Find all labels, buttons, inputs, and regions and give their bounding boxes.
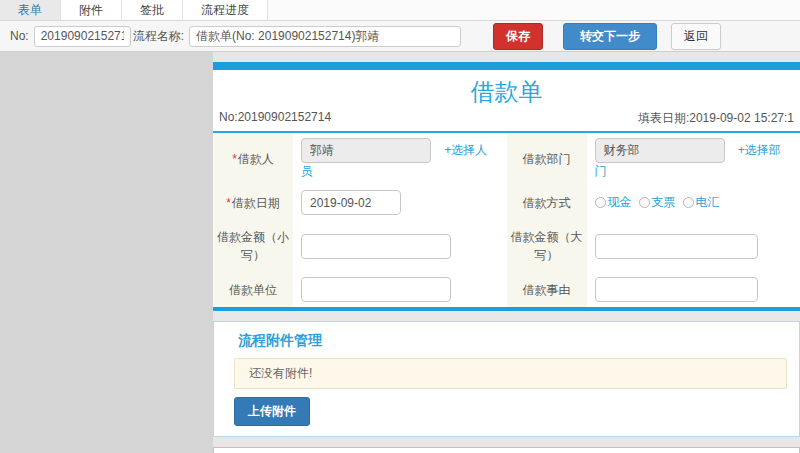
tab-bar: 表单 附件 签批 流程进度 xyxy=(0,0,800,21)
radio-icon[interactable] xyxy=(639,197,650,208)
content-area: 借款单 No:20190902152714 填表日期:2019-09-02 15… xyxy=(0,52,800,453)
radio-cheque[interactable]: 支票 xyxy=(639,194,676,211)
panel-accent-bar xyxy=(213,62,800,70)
table-row: *借款人 +选择人员 借款部门 +选择部门 xyxy=(213,133,800,185)
no-attachment-alert: 还没有附件! xyxy=(234,358,787,389)
page-title: 借款单 xyxy=(213,78,800,106)
borrow-date-label: *借款日期 xyxy=(213,185,293,220)
table-row: 借款单位 借款事由 xyxy=(213,272,800,307)
attachment-panel: 流程附件管理 还没有附件! 上传附件 xyxy=(213,321,800,437)
radio-icon[interactable] xyxy=(595,197,606,208)
radio-icon[interactable] xyxy=(683,197,694,208)
required-mark: * xyxy=(232,152,237,166)
borrow-unit-label: 借款单位 xyxy=(213,272,293,307)
loan-form-panel: 借款单 No:20190902152714 填表日期:2019-09-02 15… xyxy=(213,62,800,311)
pay-method-radio-group: 现金 支票 电汇 xyxy=(595,194,793,211)
upload-attachment-button[interactable]: 上传附件 xyxy=(234,397,310,426)
pay-method-label: 借款方式 xyxy=(507,185,587,220)
tab-attachment[interactable]: 附件 xyxy=(61,0,122,20)
amount-upper-input[interactable] xyxy=(595,234,758,259)
borrow-date-input[interactable] xyxy=(301,190,401,215)
next-step-button[interactable]: 转交下一步 xyxy=(563,23,657,50)
amount-upper-label: 借款金额（大写） xyxy=(507,220,587,272)
borrow-reason-label: 借款事由 xyxy=(507,272,587,307)
borrow-unit-input[interactable] xyxy=(301,277,451,302)
amount-lower-input[interactable] xyxy=(301,234,451,259)
department-input[interactable] xyxy=(595,138,725,163)
radio-wire[interactable]: 电汇 xyxy=(683,194,720,211)
back-button[interactable]: 返回 xyxy=(671,23,721,50)
tab-form[interactable]: 表单 xyxy=(0,0,61,20)
borrower-label: *借款人 xyxy=(213,133,293,185)
tab-approval[interactable]: 签批 xyxy=(122,0,183,20)
required-mark: * xyxy=(226,196,231,210)
no-input[interactable] xyxy=(34,26,131,47)
save-button[interactable]: 保存 xyxy=(493,23,543,50)
department-label: 借款部门 xyxy=(507,133,587,185)
table-row: 借款金额（小写） 借款金额（大写） xyxy=(213,220,800,272)
flow-name-input[interactable] xyxy=(189,26,461,47)
tab-progress[interactable]: 流程进度 xyxy=(183,0,268,20)
attachment-section-title: 流程附件管理 xyxy=(238,332,787,350)
no-label: No: xyxy=(10,29,29,43)
radio-cash[interactable]: 现金 xyxy=(595,194,632,211)
amount-lower-label: 借款金额（小写） xyxy=(213,220,293,272)
borrow-reason-input[interactable] xyxy=(595,277,758,302)
doc-number: No:20190902152714 xyxy=(219,110,331,127)
borrower-input[interactable] xyxy=(301,138,431,163)
panel-accent-bar xyxy=(213,307,800,311)
approval-panel: 流程签批意见 B I abc xyxy=(213,447,800,453)
fill-date: 填表日期:2019-09-02 15:27:1 xyxy=(638,110,794,127)
command-bar: No: 流程名称: 保存 转交下一步 返回 xyxy=(0,21,800,52)
flow-name-label: 流程名称: xyxy=(133,28,184,45)
table-row: *借款日期 借款方式 现金 支票 xyxy=(213,185,800,220)
